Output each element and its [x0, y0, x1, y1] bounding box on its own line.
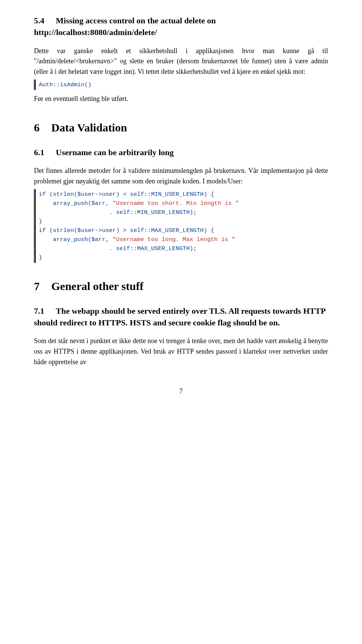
- page-number: 7: [34, 386, 328, 397]
- sec71-paragraph-1: Som det står nevnt i punktet er ikke det…: [34, 336, 328, 368]
- sec54-paragraph-1: Dette var ganske enkelt et sikkerhetshul…: [34, 46, 328, 78]
- subsection-7-1-heading: 7.1The webapp should be served entirely …: [34, 305, 328, 329]
- section-7-title: General other stuff: [51, 280, 143, 292]
- section-7-heading: 7General other stuff: [34, 279, 328, 294]
- code-l2b: "Username too short. Min length is ": [112, 200, 239, 207]
- subsection-7-1-title: The webapp should be served entirely ove…: [34, 306, 325, 327]
- code-l2a: array_push($arr,: [39, 200, 112, 207]
- subsection-5-4-number: 5.4: [34, 15, 56, 27]
- code-l1: if (strlen($user->user) < self::MIN_USER…: [39, 191, 214, 198]
- code-l3: . self::MIN_USER_LENGTH);: [39, 209, 197, 216]
- subsection-6-1-title: Username can be arbitrarily long: [56, 148, 174, 157]
- code-block-userlength: if (strlen($user->user) < self::MIN_USER…: [34, 189, 328, 263]
- code-l8: }: [39, 254, 42, 261]
- code-l6b: "Username too long. Max length is ": [112, 236, 235, 243]
- code-block-auth: Auth::isAdmin(): [34, 79, 328, 90]
- sec61-paragraph-1: Det finnes allerede metoder for å valide…: [34, 166, 328, 187]
- section-6-title: Data Validation: [51, 121, 127, 134]
- sec54-paragraph-2: Før en eventuell sletting ble utført.: [34, 94, 328, 104]
- code-l6a: array_push($arr,: [39, 236, 112, 243]
- subsection-6-1-number: 6.1: [34, 147, 56, 159]
- code-auth-line: Auth::isAdmin(): [39, 81, 92, 88]
- subsection-5-4-heading: 5.4Missing access control on the actual …: [34, 15, 328, 38]
- section-6-number: 6: [34, 120, 51, 136]
- code-l7: . self::MAX_USER_LENGTH);: [39, 245, 197, 252]
- subsection-5-4-title: Missing access control on the actual del…: [34, 16, 216, 37]
- code-l5: if (strlen($user->user) > self::MAX_USER…: [39, 227, 214, 234]
- section-6-heading: 6Data Validation: [34, 120, 328, 136]
- subsection-6-1-heading: 6.1Username can be arbitrarily long: [34, 147, 328, 159]
- code-l4: }: [39, 218, 42, 225]
- subsection-7-1-number: 7.1: [34, 305, 56, 317]
- section-7-number: 7: [34, 279, 51, 294]
